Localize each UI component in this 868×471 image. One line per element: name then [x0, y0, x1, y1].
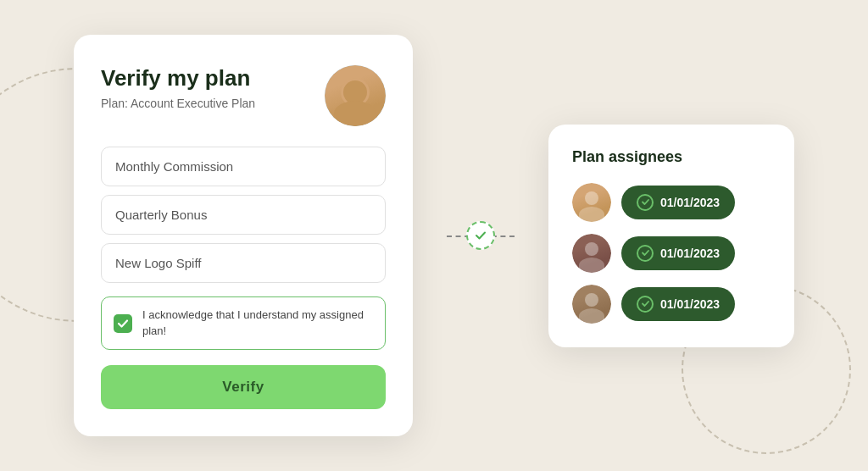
assignee-avatar-image — [572, 183, 611, 222]
plan-item-spiff: New Logo Spiff — [101, 243, 386, 283]
assignees-list: 01/01/2023 01/01/2023 — [572, 183, 771, 324]
badge-check-icon — [637, 296, 654, 313]
assignee-avatar-image — [572, 234, 611, 273]
assignee-row: 01/01/2023 — [572, 234, 771, 273]
avatar-image — [325, 65, 386, 126]
badge-check-icon — [637, 245, 654, 262]
plan-subtitle: Plan: Account Executive Plan — [101, 97, 255, 110]
assignees-title: Plan assignees — [572, 148, 771, 166]
plan-item-quarterly: Quarterly Bonus — [101, 195, 386, 235]
check-svg — [474, 229, 487, 242]
page-title: Verify my plan — [101, 65, 255, 91]
card-header: Verify my plan Plan: Account Executive P… — [101, 65, 386, 126]
plan-items-list: Monthly Commission Quarterly Bonus New L… — [101, 147, 386, 283]
date-badge: 01/01/2023 — [621, 287, 735, 321]
card-title-area: Verify my plan Plan: Account Executive P… — [101, 65, 255, 110]
assignee-date: 01/01/2023 — [660, 247, 720, 260]
assignee-avatar-image — [572, 285, 611, 324]
avatar — [572, 183, 611, 222]
avatar — [572, 285, 611, 324]
date-badge: 01/01/2023 — [621, 186, 735, 219]
assignee-date: 01/01/2023 — [660, 297, 720, 311]
acknowledge-checkbox[interactable] — [114, 314, 132, 333]
verify-button[interactable]: Verify — [101, 365, 386, 409]
acknowledge-row: I acknowledge that I understand my assig… — [101, 296, 386, 349]
main-layout: Verify my plan Plan: Account Executive P… — [74, 35, 794, 435]
assignees-card: Plan assignees 01/01/2023 — [548, 125, 794, 347]
connector-check-icon — [466, 221, 495, 250]
checkmark-icon — [117, 318, 129, 330]
assignee-date: 01/01/2023 — [660, 196, 720, 209]
plan-item-monthly: Monthly Commission — [101, 147, 386, 186]
connector — [447, 221, 515, 250]
avatar — [325, 65, 386, 126]
assignee-row: 01/01/2023 — [572, 183, 771, 222]
date-badge: 01/01/2023 — [621, 236, 735, 270]
avatar — [572, 234, 611, 273]
verify-card: Verify my plan Plan: Account Executive P… — [74, 35, 413, 435]
acknowledge-text: I acknowledge that I understand my assig… — [142, 308, 373, 338]
assignee-row: 01/01/2023 — [572, 285, 771, 324]
badge-check-icon — [637, 194, 654, 211]
